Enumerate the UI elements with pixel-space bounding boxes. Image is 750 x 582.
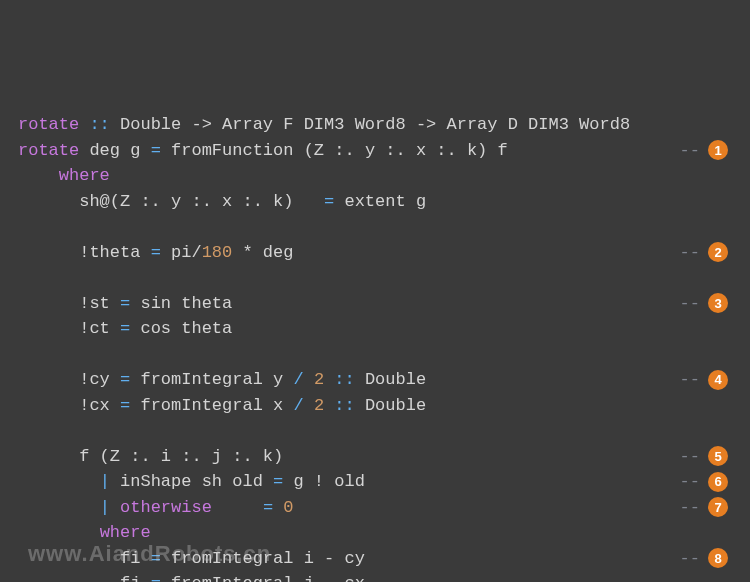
code-line bbox=[18, 214, 728, 240]
code-block: rotate :: Double -> Array F DIM3 Word8 -… bbox=[18, 112, 732, 582]
comment-dashes: -- bbox=[680, 469, 700, 495]
annotation-marker: --7 bbox=[680, 495, 728, 521]
code-text: rotate deg g = fromFunction (Z :. y :. x… bbox=[18, 141, 508, 160]
code-line: f (Z :. i :. j :. k)--5 bbox=[18, 444, 728, 470]
code-text: where bbox=[18, 523, 151, 542]
code-line: sh@(Z :. y :. x :. k) = extent g bbox=[18, 189, 728, 215]
code-line: rotate :: Double -> Array F DIM3 Word8 -… bbox=[18, 112, 728, 138]
comment-dashes: -- bbox=[680, 367, 700, 393]
comment-dashes: -- bbox=[680, 291, 700, 317]
code-line: !cy = fromIntegral y / 2 :: Double--4 bbox=[18, 367, 728, 393]
annotation-badge: 1 bbox=[708, 140, 728, 160]
code-text: | otherwise = 0 bbox=[18, 498, 293, 517]
annotation-badge: 7 bbox=[708, 497, 728, 517]
annotation-badge: 2 bbox=[708, 242, 728, 262]
code-line bbox=[18, 418, 728, 444]
code-text: fi = fromIntegral i - cy bbox=[18, 549, 365, 568]
code-text bbox=[18, 421, 28, 440]
code-line: !st = sin theta--3 bbox=[18, 291, 728, 317]
code-text: !theta = pi/180 * deg bbox=[18, 243, 293, 262]
annotation-badge: 3 bbox=[708, 293, 728, 313]
code-text: fj = fromIntegral j - cx bbox=[18, 574, 365, 582]
annotation-marker: --3 bbox=[680, 291, 728, 317]
code-line: !cx = fromIntegral x / 2 :: Double bbox=[18, 393, 728, 419]
code-line: fi = fromIntegral i - cy--8 bbox=[18, 546, 728, 572]
code-line: where bbox=[18, 520, 728, 546]
code-line: where bbox=[18, 163, 728, 189]
code-text bbox=[18, 268, 28, 287]
code-text: f (Z :. i :. j :. k) bbox=[18, 447, 283, 466]
code-text: rotate :: Double -> Array F DIM3 Word8 -… bbox=[18, 115, 630, 134]
code-text bbox=[18, 345, 28, 364]
code-line: fj = fromIntegral j - cx bbox=[18, 571, 728, 582]
comment-dashes: -- bbox=[680, 546, 700, 572]
annotation-marker: --8 bbox=[680, 546, 728, 572]
annotation-badge: 6 bbox=[708, 472, 728, 492]
code-text: | inShape sh old = g ! old bbox=[18, 472, 365, 491]
annotation-badge: 5 bbox=[708, 446, 728, 466]
code-line: !ct = cos theta bbox=[18, 316, 728, 342]
code-text bbox=[18, 217, 28, 236]
code-line bbox=[18, 265, 728, 291]
code-line: !theta = pi/180 * deg--2 bbox=[18, 240, 728, 266]
code-text: !st = sin theta bbox=[18, 294, 232, 313]
annotation-marker: --2 bbox=[680, 240, 728, 266]
comment-dashes: -- bbox=[680, 138, 700, 164]
annotation-marker: --4 bbox=[680, 367, 728, 393]
annotation-marker: --6 bbox=[680, 469, 728, 495]
code-line: | inShape sh old = g ! old--6 bbox=[18, 469, 728, 495]
comment-dashes: -- bbox=[680, 495, 700, 521]
annotation-marker: --1 bbox=[680, 138, 728, 164]
comment-dashes: -- bbox=[680, 444, 700, 470]
code-text: sh@(Z :. y :. x :. k) = extent g bbox=[18, 192, 426, 211]
code-line bbox=[18, 342, 728, 368]
code-line: rotate deg g = fromFunction (Z :. y :. x… bbox=[18, 138, 728, 164]
code-text: !cy = fromIntegral y / 2 :: Double bbox=[18, 370, 426, 389]
code-line: | otherwise = 0--7 bbox=[18, 495, 728, 521]
comment-dashes: -- bbox=[680, 240, 700, 266]
annotation-marker: --5 bbox=[680, 444, 728, 470]
code-text: !ct = cos theta bbox=[18, 319, 232, 338]
annotation-badge: 8 bbox=[708, 548, 728, 568]
code-text: !cx = fromIntegral x / 2 :: Double bbox=[18, 396, 426, 415]
annotation-badge: 4 bbox=[708, 370, 728, 390]
code-text: where bbox=[18, 166, 110, 185]
